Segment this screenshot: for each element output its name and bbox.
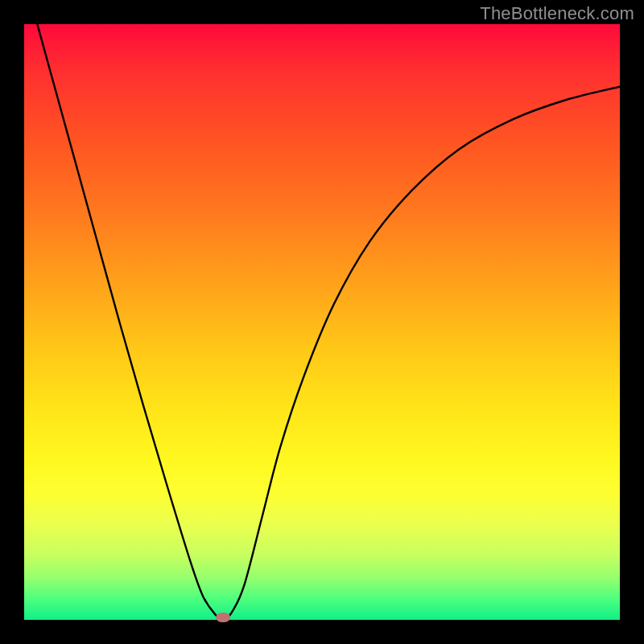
- curve-line: [24, 24, 620, 620]
- watermark-text: TheBottleneck.com: [480, 3, 634, 24]
- curve-layer: [24, 24, 620, 620]
- plot-area: [24, 24, 620, 620]
- minimum-marker: [216, 613, 230, 622]
- chart-frame: TheBottleneck.com: [0, 0, 644, 644]
